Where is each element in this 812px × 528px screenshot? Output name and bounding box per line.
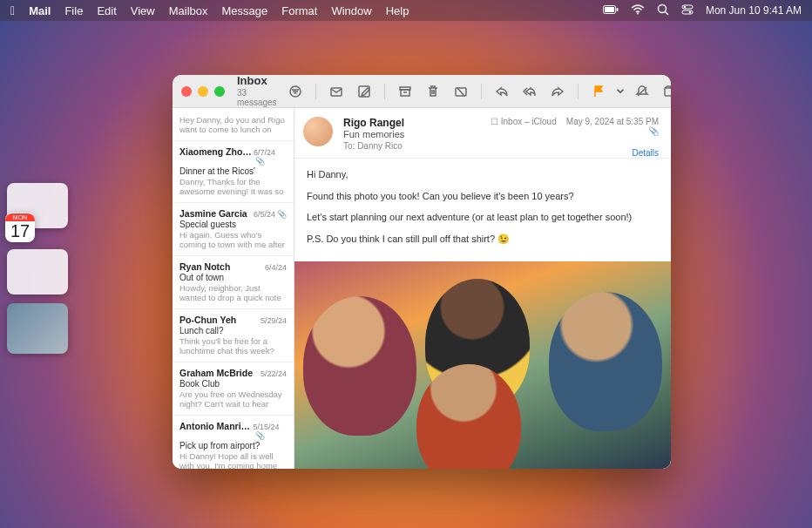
- calendar-icon-day: 17: [10, 221, 30, 241]
- widget-calendar-icon[interactable]: MON 17: [5, 213, 35, 242]
- control-center-icon[interactable]: [681, 4, 694, 17]
- list-item-from: Xiaomeng Zhong: [179, 146, 254, 157]
- mail-window: Inbox 33 messages Hey Danny, do you and …: [173, 75, 671, 469]
- window-title: Inbox: [237, 75, 277, 87]
- svg-line-5: [665, 11, 668, 15]
- to-label: To:: [343, 141, 355, 151]
- mute-button[interactable]: [631, 81, 653, 102]
- list-item-date: 6/4/24: [265, 263, 287, 272]
- forward-button[interactable]: [546, 81, 569, 102]
- traffic-lights: [181, 86, 225, 97]
- attachment-icon: 📎: [255, 431, 265, 440]
- trash-button[interactable]: [422, 81, 444, 102]
- message-list[interactable]: Hey Danny, do you and Rigo want to come …: [173, 108, 294, 469]
- list-item-from: Jasmine Garcia: [179, 208, 247, 219]
- list-item[interactable]: Hey Danny, do you and Rigo want to come …: [173, 108, 294, 141]
- menu-format[interactable]: Format: [281, 4, 317, 17]
- menu-message[interactable]: Message: [222, 4, 268, 17]
- menu-file[interactable]: File: [64, 4, 83, 17]
- menu-view[interactable]: View: [131, 4, 155, 17]
- list-item-subject: Special guests: [179, 220, 287, 229]
- svg-rect-2: [616, 8, 618, 11]
- list-item-preview: Howdy, neighbor, Just wanted to drop a q…: [179, 283, 287, 302]
- svg-point-8: [684, 5, 687, 8]
- window-title-box: Inbox 33 messages: [237, 75, 277, 106]
- menu-mailbox[interactable]: Mailbox: [169, 4, 208, 17]
- to-recipient: Danny Rico: [357, 141, 403, 151]
- message-folder: ☐ Inbox – iCloud: [491, 117, 557, 126]
- menu-edit[interactable]: Edit: [97, 4, 116, 17]
- message-body-line: Let's start planning our next adventure …: [307, 210, 659, 225]
- list-item[interactable]: Po-Chun Yeh5/29/24Lunch call?Think you'l…: [173, 309, 294, 362]
- list-item-preview: Hey Danny, do you and Rigo want to come …: [179, 115, 287, 134]
- attachment-icon: 📎: [277, 210, 287, 219]
- list-item-from: Po-Chun Yeh: [179, 315, 236, 325]
- list-item-date: 5/15/24📎: [254, 423, 287, 440]
- list-item-date: 5/29/24: [261, 316, 287, 325]
- menubar-app[interactable]: Mail: [29, 4, 51, 17]
- window-titlebar[interactable]: Inbox 33 messages: [173, 75, 671, 108]
- list-item-subject: Book Club: [179, 379, 287, 389]
- window-maximize-button[interactable]: [214, 86, 225, 97]
- list-item-subject: Out of town: [179, 273, 287, 282]
- apple-menu-icon[interactable]: : [10, 3, 15, 17]
- archive-button[interactable]: [394, 81, 416, 102]
- message-attachment-image[interactable]: [294, 261, 671, 469]
- attachment-icon: 📎: [255, 157, 265, 166]
- message-body: Hi Danny,Found this photo you took! Can …: [294, 159, 671, 261]
- new-message-button[interactable]: [325, 81, 348, 102]
- list-item-preview: Hi Danny! Hope all is well with you. I'm…: [179, 451, 287, 469]
- menu-help[interactable]: Help: [386, 4, 409, 17]
- list-item-preview: Hi again. Guess who's coming to town wit…: [179, 230, 287, 249]
- details-link[interactable]: Details: [491, 148, 659, 158]
- list-item[interactable]: Xiaomeng Zhong6/7/24📎Dinner at the Ricos…: [173, 141, 294, 203]
- menubar:  Mail File Edit View Mailbox Message Fo…: [0, 0, 812, 21]
- sender-avatar[interactable]: [303, 117, 333, 146]
- list-item[interactable]: Antonio Manriquez5/15/24📎Pick up from ai…: [173, 416, 294, 469]
- toolbar: [284, 81, 671, 102]
- junk-button[interactable]: [450, 81, 472, 102]
- message-pane: Rigo Rangel Fun memories To: Danny Rico …: [294, 108, 671, 469]
- calendar-icon-label: MON: [5, 213, 35, 221]
- list-item-preview: Think you'll be free for a lunchtime cha…: [179, 336, 287, 355]
- list-item[interactable]: Graham McBride5/22/24Book ClubAre you fr…: [173, 362, 294, 416]
- message-date: May 9, 2024 at 5:35 PM: [566, 117, 659, 126]
- reply-all-button[interactable]: [518, 81, 541, 102]
- window-subtitle: 33 messages: [237, 88, 277, 107]
- svg-point-3: [637, 12, 639, 14]
- list-item-from: Antonio Manriquez: [179, 421, 254, 431]
- list-item-date: 5/22/24: [261, 369, 287, 378]
- menubar-clock[interactable]: Mon Jun 10 9:41 AM: [706, 4, 802, 17]
- wifi-icon[interactable]: [631, 4, 645, 17]
- window-minimize-button[interactable]: [198, 86, 208, 97]
- message-body-line: P.S. Do you think I can still pull off t…: [307, 232, 659, 247]
- list-item-subject: Pick up from airport?: [179, 441, 287, 450]
- move-button[interactable]: [659, 81, 671, 102]
- list-item-from: Ryan Notch: [179, 261, 230, 272]
- flag-menu-button[interactable]: [615, 81, 626, 102]
- svg-point-4: [658, 4, 666, 12]
- list-item-from: Graham McBride: [179, 368, 253, 378]
- message-body-line: Found this photo you took! Can you belie…: [307, 189, 659, 204]
- message-body-line: Hi Danny,: [307, 167, 659, 182]
- flag-button[interactable]: [587, 81, 610, 102]
- spotlight-icon[interactable]: [657, 3, 669, 18]
- compose-button[interactable]: [353, 81, 376, 102]
- list-item-date: 6/7/24📎: [254, 148, 287, 166]
- desktop-widgets: MON 17: [7, 183, 77, 354]
- battery-icon[interactable]: [603, 4, 619, 17]
- reply-button[interactable]: [491, 81, 513, 102]
- widget-note[interactable]: [7, 249, 68, 294]
- svg-rect-1: [605, 7, 614, 12]
- window-close-button[interactable]: [181, 86, 192, 97]
- filter-button[interactable]: [284, 81, 307, 102]
- menu-window[interactable]: Window: [331, 4, 371, 17]
- widget-photos[interactable]: [7, 303, 68, 354]
- attachment-indicator-icon: 📎: [491, 126, 659, 136]
- svg-point-9: [689, 10, 692, 13]
- list-item[interactable]: Jasmine Garcia6/5/24📎Special guestsHi ag…: [173, 203, 294, 256]
- list-item-date: 6/5/24📎: [254, 210, 287, 219]
- list-item-preview: Are you free on Wednesday night? Can't w…: [179, 389, 287, 409]
- list-item[interactable]: Ryan Notch6/4/24Out of townHowdy, neighb…: [173, 256, 294, 309]
- list-item-preview: Danny, Thanks for the awesome evening! I…: [179, 177, 287, 196]
